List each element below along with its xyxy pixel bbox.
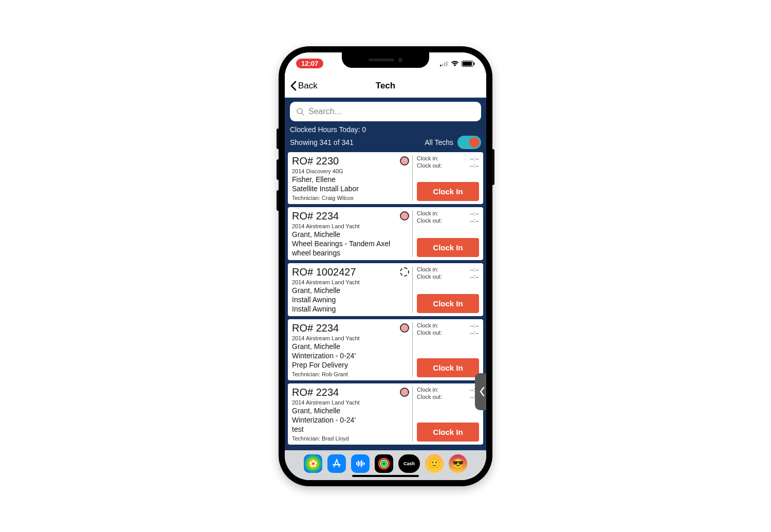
clock-in-button[interactable]: Clock In	[417, 182, 479, 201]
task-line: Satellite Install Labor	[292, 185, 409, 193]
clock-in-button[interactable]: Clock In	[417, 294, 479, 313]
job-card[interactable]: RO# 2234 2014 Airstream Land Yacht Grant…	[288, 319, 483, 380]
screen: 12:07	[285, 52, 486, 480]
detail-line: Prep For Delivery	[292, 361, 409, 369]
dock-app-memoji-1[interactable]: 🙂	[425, 454, 444, 473]
phone-frame: 12:07	[279, 46, 492, 486]
customer-line: Fisher, Ellene	[292, 175, 409, 184]
svg-rect-3	[446, 61, 448, 66]
card-info: RO# 1002427 2014 Airstream Land Yacht Gr…	[292, 266, 412, 313]
status-dot-icon	[400, 388, 409, 397]
search-icon	[296, 107, 304, 116]
photos-icon: ✿	[309, 458, 317, 469]
svg-rect-1	[442, 64, 444, 66]
svg-line-9	[302, 113, 304, 115]
clock-out-value: --:--	[470, 329, 479, 336]
showing-label: Showing 341 of 341	[290, 138, 354, 146]
memoji-icon: 😎	[452, 458, 464, 469]
customer-line: Grant, Michelle	[292, 230, 409, 239]
status-dot-icon	[400, 267, 409, 277]
svg-point-17	[381, 460, 388, 467]
vehicle-line: 2014 Discovery 40G	[292, 168, 409, 174]
svg-rect-4	[440, 65, 442, 66]
dock-app-audio[interactable]	[351, 454, 370, 473]
card-clock: Clock in:--:-- Clock out:--:-- Clock In	[412, 210, 479, 257]
clocked-hours-label: Clocked Hours Today: 0	[290, 125, 481, 134]
svg-rect-6	[463, 62, 472, 66]
customer-line: Grant, Michelle	[292, 407, 409, 415]
search-placeholder: Search...	[308, 107, 341, 116]
drawer-handle[interactable]	[475, 373, 486, 410]
all-techs-label: All Techs	[425, 138, 453, 146]
ro-number: RO# 2234	[292, 210, 339, 222]
clock-in-value: --:--	[470, 266, 479, 272]
clock-in-value: --:--	[470, 322, 479, 328]
ro-number: RO# 2234	[292, 387, 339, 398]
search-container: Search...	[285, 98, 486, 125]
card-info: RO# 2230 2014 Discovery 40G Fisher, Elle…	[292, 155, 412, 201]
card-clock: Clock in:--:-- Clock out:--:-- Clock In	[412, 322, 479, 377]
clock-out-label: Clock out:	[417, 273, 442, 280]
nav-bar: Back Tech	[285, 75, 486, 98]
clock-in-label: Clock in:	[417, 266, 438, 272]
chevron-left-icon	[480, 387, 485, 396]
task-line: Install Awning	[292, 296, 409, 304]
ro-number: RO# 2230	[292, 155, 339, 167]
clock-in-label: Clock in:	[417, 322, 438, 328]
clock-out-label: Clock out:	[417, 394, 442, 400]
card-clock: Clock in:--:-- Clock out:--:-- Clock In	[412, 266, 479, 313]
clock-in-value: --:--	[470, 210, 479, 216]
card-info: RO# 2234 2014 Airstream Land Yacht Grant…	[292, 210, 412, 257]
card-info: RO# 2234 2014 Airstream Land Yacht Grant…	[292, 322, 412, 377]
summary-section: Clocked Hours Today: 0 Showing 341 of 34…	[285, 125, 486, 152]
clock-in-button[interactable]: Clock In	[417, 358, 479, 377]
card-clock: Clock in:--:-- Clock out:--:-- Clock In	[412, 387, 479, 442]
dock-app-memoji-2[interactable]: 😎	[449, 454, 467, 473]
clock-out-value: --:--	[470, 217, 479, 224]
vehicle-line: 2014 Airstream Land Yacht	[292, 399, 409, 406]
technician-line: Technician: Brad Lloyd	[292, 433, 409, 442]
back-button[interactable]: Back	[290, 81, 318, 91]
technician-line: Technician: Craig Wilcox	[292, 193, 409, 201]
card-info: RO# 2234 2014 Airstream Land Yacht Grant…	[292, 387, 412, 442]
customer-line: Grant, Michelle	[292, 342, 409, 351]
dock-app-cash[interactable]: Cash	[398, 454, 420, 473]
status-dot-icon	[400, 156, 409, 166]
status-time: 12:07	[296, 59, 323, 68]
job-card[interactable]: RO# 1002427 2014 Airstream Land Yacht Gr…	[288, 263, 483, 316]
cellular-icon	[440, 61, 448, 66]
clock-out-label: Clock out:	[417, 217, 442, 224]
job-card[interactable]: RO# 2234 2014 Airstream Land Yacht Grant…	[288, 207, 483, 260]
task-line: Winterization - 0-24'	[292, 352, 409, 360]
job-card[interactable]: RO# 2230 2014 Discovery 40G Fisher, Elle…	[288, 152, 483, 204]
detail-line: Install Awning	[292, 305, 409, 313]
card-clock: Clock in:--:-- Clock out:--:-- Clock In	[412, 155, 479, 201]
wifi-icon	[451, 61, 459, 67]
status-dot-icon	[400, 211, 409, 221]
job-list[interactable]: RO# 2230 2014 Discovery 40G Fisher, Elle…	[285, 152, 486, 450]
vehicle-line: 2014 Airstream Land Yacht	[292, 335, 409, 341]
clock-in-button[interactable]: Clock In	[417, 238, 479, 257]
svg-rect-7	[474, 62, 475, 65]
clock-out-label: Clock out:	[417, 162, 442, 169]
notch	[342, 52, 429, 68]
clock-out-value: --:--	[470, 273, 479, 280]
ro-number: RO# 2234	[292, 322, 339, 334]
job-card[interactable]: RO# 2234 2014 Airstream Land Yacht Grant…	[288, 383, 483, 445]
cash-label: Cash	[403, 461, 415, 466]
ro-number: RO# 1002427	[292, 266, 356, 278]
clock-in-button[interactable]: Clock In	[417, 423, 479, 442]
technician-line: Technician: Rob Grant	[292, 369, 409, 377]
battery-icon	[462, 61, 475, 67]
home-indicator[interactable]	[352, 475, 419, 477]
search-input[interactable]: Search...	[290, 102, 481, 121]
dock-app-appstore[interactable]	[327, 454, 346, 473]
detail-line: test	[292, 425, 409, 433]
memoji-icon: 🙂	[429, 458, 440, 469]
dock-app-photos[interactable]: ✿	[304, 454, 322, 473]
clock-out-label: Clock out:	[417, 329, 442, 336]
task-line: Wheel Bearings - Tandem Axel	[292, 240, 409, 248]
clock-out-value: --:--	[470, 162, 479, 169]
all-techs-toggle[interactable]	[457, 136, 481, 149]
dock-app-fitness[interactable]	[375, 454, 393, 473]
